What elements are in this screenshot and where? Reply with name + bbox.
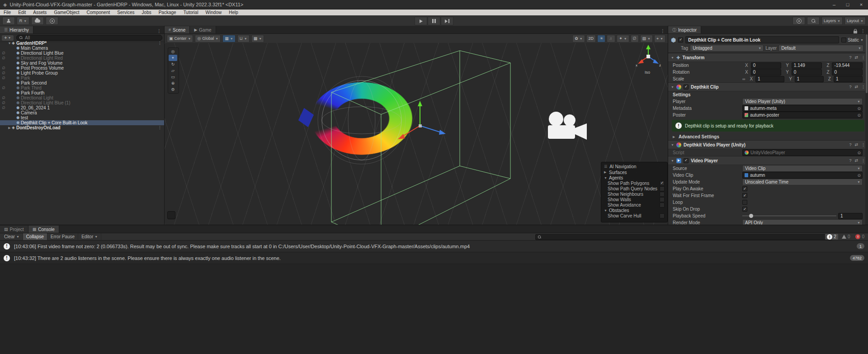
script-object-field[interactable]: UnityVideoPlayer⊙ — [742, 149, 863, 156]
collapse-button[interactable]: Collapse — [23, 233, 47, 240]
component-enabled-checkbox[interactable]: ✓ — [684, 158, 689, 163]
object-picker-icon[interactable]: ⊙ — [857, 173, 861, 178]
hierarchy-item[interactable]: ⬢Park Second — [0, 80, 164, 85]
cloud-button[interactable] — [31, 17, 44, 25]
pause-button[interactable] — [428, 17, 440, 25]
hierarchy-row-scene-root[interactable]: ▼◈GardenHDRP*⋮ — [0, 41, 164, 46]
hierarchy-item[interactable]: ⬢Park Fourth — [0, 90, 164, 95]
hierarchy-item[interactable]: ∅⬢Park — [0, 76, 164, 80]
camera-settings-dropdown[interactable]: ▧▼ — [640, 35, 653, 42]
scale-y-field[interactable]: 1 — [795, 76, 824, 82]
hierarchy-row-dontdestroyonload[interactable]: ▶◈DontDestroyOnLoad⋮ — [0, 125, 164, 130]
view-orientation-gizmo[interactable]: x z Iso — [636, 45, 661, 75]
help-icon[interactable]: ? — [849, 55, 851, 60]
scale-z-field[interactable]: 1 — [834, 76, 863, 82]
presets-icon[interactable]: ⇄ — [854, 158, 858, 163]
help-icon[interactable]: ? — [849, 158, 851, 163]
hidden-eye-icon[interactable]: ∅ — [1, 105, 6, 110]
scene-lighting-button[interactable]: ☀ — [597, 35, 605, 42]
maximize-button[interactable]: □ — [841, 0, 854, 9]
row-options-icon[interactable]: ⋮ — [158, 125, 162, 130]
overlay-title-bar[interactable]: ☰ AI Navigation — [601, 163, 667, 170]
account-dropdown[interactable]: R▼ — [17, 17, 29, 25]
tag-dropdown[interactable]: Untagged▼ — [690, 45, 764, 52]
projection-label[interactable]: Iso — [645, 70, 650, 75]
rotation-x-field[interactable]: 0 — [751, 69, 782, 76]
menu-window[interactable]: Window — [202, 9, 226, 15]
video-clip-object-field[interactable]: autumn⊙ — [742, 172, 863, 179]
panel-menu-icon[interactable]: ⋮ — [154, 28, 164, 33]
play-button[interactable] — [415, 17, 427, 25]
hierarchy-item[interactable]: ∅⬢20_06_2024 1 — [0, 105, 164, 110]
player-dropdown[interactable]: Video Player (Unity)▼ — [742, 98, 863, 105]
checkbox[interactable] — [660, 192, 665, 197]
search-button[interactable] — [807, 17, 820, 25]
minimize-button[interactable]: – — [827, 0, 841, 9]
hierarchy-item[interactable]: ∅⬢Park Third — [0, 85, 164, 90]
hierarchy-item[interactable]: ⬢Sky and Fog Volume — [0, 61, 164, 66]
panel-menu-icon[interactable]: ⋮ — [658, 28, 668, 33]
object-picker-icon[interactable]: ⊙ — [857, 113, 861, 118]
hidden-eye-icon[interactable]: ∅ — [1, 71, 6, 76]
update-mode-dropdown[interactable]: Unscaled Game Time▼ — [742, 179, 863, 185]
component-header-depthkit-video-player-unity-[interactable]: ▼Depthkit Video Player (Unity)?⇄⋮ — [668, 140, 868, 149]
scene-viewport[interactable]: x z Iso ◎ + ↻ ▱ ▭ ⊕ ⚙ ☰ AI Navigati — [165, 43, 668, 225]
error-count-toggle[interactable]: ! 0 — [854, 234, 866, 240]
menu-component[interactable]: Component — [83, 9, 114, 15]
component-menu-icon[interactable]: ⋮ — [861, 55, 865, 60]
pivot-mode-dropdown[interactable]: ▣ Center▼ — [167, 35, 193, 42]
poster-object-field[interactable]: autumn-poster⊙ — [742, 112, 863, 118]
scale-tool-button[interactable]: ▱ — [169, 67, 177, 74]
metadata-object-field[interactable]: autumn-meta⊙ — [742, 105, 863, 112]
link-scale-icon[interactable]: ∞ — [742, 77, 745, 81]
layers-dropdown[interactable]: Layers▼ — [821, 17, 843, 25]
warning-count-toggle[interactable]: 0 — [840, 234, 852, 240]
hidden-eye-icon[interactable]: ∅ — [1, 56, 6, 61]
hierarchy-item[interactable]: ∅⬢Light Probe Group — [0, 71, 164, 76]
overlay-option[interactable]: Show Path Polygons✓ — [601, 180, 667, 186]
gameobject-enabled-checkbox[interactable]: ✓ — [678, 38, 683, 42]
checkbox[interactable]: ✓ — [660, 181, 665, 186]
scene-audio-button[interactable]: ♬ — [607, 35, 615, 42]
hidden-eye-icon[interactable]: ∅ — [1, 76, 6, 80]
loop-checkbox[interactable] — [742, 200, 747, 205]
console-log-entry[interactable]: ![10:43:06] First video frame not zero: … — [0, 241, 868, 252]
gameobject-name-field[interactable]: Depthkit Clip + Core Built-in Look — [685, 36, 839, 43]
overlay-group-surfaces[interactable]: ▶Surfaces — [601, 170, 667, 175]
step-button[interactable] — [441, 17, 453, 25]
component-menu-icon[interactable]: ⋮ — [861, 142, 865, 147]
panel-menu-icon[interactable]: ⋮ — [861, 28, 865, 33]
component-enabled-checkbox[interactable]: ✓ — [684, 85, 689, 90]
create-object-button[interactable]: +▼ — [2, 35, 14, 41]
tab-inspector[interactable]: ⓘ Inspector — [668, 26, 701, 33]
toggle-2d-button[interactable]: 2D — [586, 35, 596, 42]
wait-for-first-frame-checkbox[interactable]: ✓ — [742, 193, 747, 198]
menu-assets[interactable]: Assets — [29, 9, 50, 15]
foldout-expanded-icon[interactable]: ▼ — [671, 56, 674, 59]
tab-console[interactable]: ▩ Console — [28, 226, 59, 233]
tab-hierarchy[interactable]: ☰ Hierarchy — [0, 26, 33, 33]
rotation-z-field[interactable]: 0 — [832, 69, 863, 76]
foldout-row[interactable]: ▶Advanced Settings — [668, 133, 868, 140]
hidden-objects-button[interactable]: ∅ — [631, 35, 639, 42]
hidden-eye-icon[interactable]: ∅ — [1, 95, 6, 100]
effects-dropdown[interactable]: ✦▼ — [617, 35, 629, 42]
checkbox[interactable] — [660, 203, 665, 208]
rotate-gizmo-ring[interactable] — [322, 80, 401, 160]
presets-icon[interactable]: ⇄ — [854, 85, 858, 89]
hierarchy-item[interactable]: ∅⬢Directional Light Blue — [0, 51, 164, 56]
overlay-option[interactable]: Show Avoidance — [601, 202, 667, 208]
object-picker-icon[interactable]: ⊙ — [857, 151, 861, 155]
menu-jobs[interactable]: Jobs — [138, 9, 155, 15]
hidden-eye-icon[interactable]: ∅ — [1, 51, 6, 56]
foldout-expanded-icon[interactable]: ▼ — [671, 143, 674, 146]
overlay-group-obstacles[interactable]: ▼Obstacles — [601, 208, 667, 213]
component-header-depthkit-clip[interactable]: ▼✓Depthkit Clip?⇄⋮ — [668, 82, 868, 91]
snap-increment-button[interactable]: ⊔▼ — [237, 35, 250, 42]
transform-tool-button[interactable]: ⊕ — [169, 80, 177, 86]
layer-dropdown[interactable]: Default▼ — [778, 45, 863, 52]
menu-tutorial[interactable]: Tutorial — [180, 9, 202, 15]
hierarchy-item[interactable]: ∅⬢Directional Light Blue (1) — [0, 100, 164, 105]
overlay-group-agents[interactable]: ▼Agents — [601, 175, 667, 180]
hidden-eye-icon[interactable]: ∅ — [1, 100, 6, 105]
